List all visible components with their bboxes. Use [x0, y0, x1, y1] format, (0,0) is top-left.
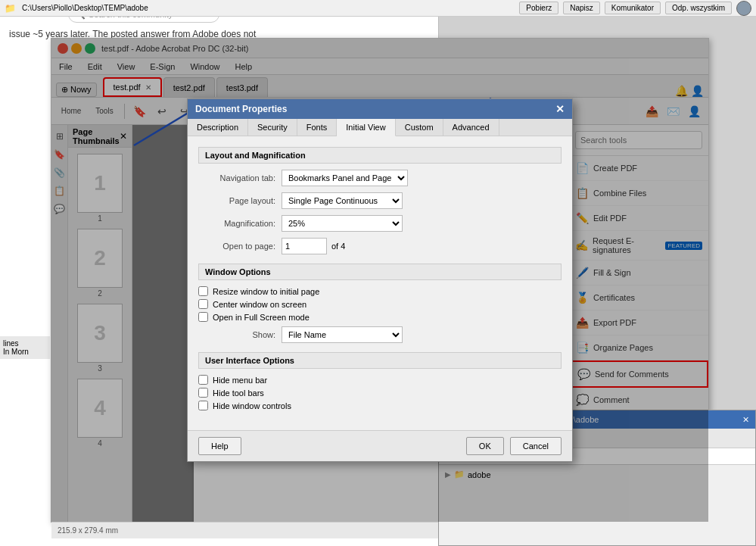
- dialog-tabs: Description Security Fonts Initial View …: [188, 119, 572, 136]
- dialog-title-text: Document Properties: [195, 104, 287, 114]
- dialog-ok-button[interactable]: OK: [466, 437, 504, 455]
- in-morn-text: In Morn: [3, 348, 47, 356]
- open-to-page-label: Open to page:: [198, 242, 282, 251]
- hide-toolbar-label: Hide tool bars: [213, 388, 264, 398]
- odp-wszystkim-button[interactable]: Odp. wszystkim: [665, 2, 732, 14]
- hide-window-row: Hide window controls: [198, 401, 562, 410]
- hide-toolbar-checkbox[interactable]: [198, 388, 208, 398]
- page-layout-select[interactable]: Single Page Continuous: [282, 192, 403, 209]
- windows-taskbar: 📁 C:\Users\Piollo\Desktop\TEMP\adobe Pob…: [0, 0, 756, 17]
- fm-close[interactable]: ✕: [742, 415, 749, 425]
- magnification-select[interactable]: 25%: [282, 215, 403, 232]
- dialog-footer-spacer: [247, 437, 460, 455]
- hide-menubar-row: Hide menu bar: [198, 375, 562, 385]
- taskbar-folder-icon: 📁: [5, 3, 16, 14]
- window-options-header: Window Options: [198, 264, 562, 280]
- napisz-button[interactable]: Napisz: [563, 2, 600, 14]
- show-select[interactable]: File Name: [282, 326, 403, 343]
- dialog-help-button[interactable]: Help: [198, 437, 241, 455]
- page-layout-row: Page layout: Single Page Continuous: [198, 192, 562, 209]
- center-label: Center window on screen: [213, 300, 306, 309]
- navigation-tab-label: Navigation tab:: [198, 173, 282, 183]
- dialog-tab-description[interactable]: Description: [188, 119, 248, 136]
- dialog-tab-initial-view[interactable]: Initial View: [337, 119, 395, 136]
- center-checkbox[interactable]: [198, 299, 208, 309]
- open-to-page-of: of 4: [331, 242, 345, 251]
- komunikator-button[interactable]: Komunikator: [605, 2, 661, 14]
- page-layout-label: Page layout:: [198, 196, 282, 205]
- open-to-page-row: Open to page: of 4: [198, 238, 562, 254]
- fullscreen-checkbox-row: Open in Full Screen mode: [198, 312, 562, 322]
- taskbar-right: Pobierz Napisz Komunikator Odp. wszystki…: [519, 1, 751, 16]
- layout-section: Layout and Magnification Navigation tab:…: [198, 147, 562, 254]
- resize-label: Resize window to initial page: [213, 287, 319, 296]
- show-row: Show: File Name: [198, 326, 562, 343]
- taskbar-left: 📁 C:\Users\Piollo\Desktop\TEMP\adobe: [5, 3, 148, 14]
- dialog-footer: Help OK Cancel: [188, 430, 572, 461]
- ui-options-header: User Interface Options: [198, 352, 562, 369]
- document-properties-dialog: Document Properties ✕ Description Securi…: [187, 98, 573, 462]
- fullscreen-label: Open in Full Screen mode: [213, 313, 310, 322]
- layout-section-header: Layout and Magnification: [198, 147, 562, 164]
- page-dimensions: 215.9 x 279.4 mm: [58, 526, 118, 535]
- user-avatar: [736, 1, 751, 16]
- lines-text: lines: [3, 339, 47, 348]
- navigation-tab-select[interactable]: Bookmarks Panel and Page: [282, 170, 408, 186]
- dialog-body: Layout and Magnification Navigation tab:…: [188, 136, 572, 430]
- ui-options-section: User Interface Options Hide menu bar Hid…: [198, 352, 562, 410]
- magnification-row: Magnification: 25%: [198, 215, 562, 232]
- fullscreen-checkbox[interactable]: [198, 312, 208, 322]
- taskbar-path: C:\Users\Piollo\Desktop\TEMP\adobe: [22, 4, 148, 12]
- show-label: Show:: [198, 330, 282, 339]
- hide-menubar-label: Hide menu bar: [213, 376, 267, 385]
- dialog-tab-advanced[interactable]: Advanced: [443, 119, 499, 136]
- hide-window-label: Hide window controls: [213, 401, 291, 410]
- hide-window-checkbox[interactable]: [198, 401, 208, 410]
- dialog-title-bar: Document Properties ✕: [188, 99, 572, 119]
- resize-checkbox[interactable]: [198, 286, 208, 296]
- dialog-tab-custom[interactable]: Custom: [396, 119, 443, 136]
- magnification-label: Magnification:: [198, 219, 282, 228]
- resize-checkbox-row: Resize window to initial page: [198, 286, 562, 296]
- hide-toolbar-row: Hide tool bars: [198, 388, 562, 398]
- dialog-cancel-button[interactable]: Cancel: [510, 437, 562, 455]
- navigation-tab-row: Navigation tab: Bookmarks Panel and Page: [198, 170, 562, 186]
- sidebar-text-lines: lines In Morn: [0, 336, 50, 359]
- pobierz-button[interactable]: Pobierz: [519, 2, 558, 14]
- center-checkbox-row: Center window on screen: [198, 299, 562, 309]
- dialog-tab-security[interactable]: Security: [248, 119, 297, 136]
- acrobat-window: test.pdf - Adobe Acrobat Pro DC (32-bit)…: [51, 38, 709, 523]
- dialog-overlay: Document Properties ✕ Description Securi…: [51, 39, 708, 522]
- dialog-close-button[interactable]: ✕: [555, 103, 565, 115]
- open-to-page-input[interactable]: [282, 238, 327, 254]
- hide-menubar-checkbox[interactable]: [198, 375, 208, 385]
- window-options-section: Window Options Resize window to initial …: [198, 264, 562, 343]
- dialog-tab-fonts[interactable]: Fonts: [297, 119, 338, 136]
